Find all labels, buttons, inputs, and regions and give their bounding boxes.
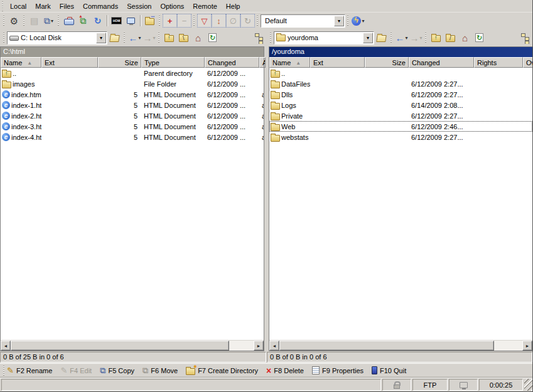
- forward-button-right[interactable]: →▾: [409, 31, 423, 45]
- scroll-right-icon[interactable]: ►: [254, 341, 264, 351]
- column-header-size[interactable]: Size: [98, 57, 141, 68]
- scroll-left-icon[interactable]: ◄: [269, 341, 279, 351]
- fkey-f5-button[interactable]: ⧉F5 Copy: [100, 366, 134, 374]
- file-row[interactable]: eindex-1.html5HTML Document6/12/2009 ...…: [1, 100, 264, 110]
- file-row[interactable]: Private6/12/2009 2:27...: [269, 110, 532, 121]
- fkey-f6-button[interactable]: ⧉F6 Move: [143, 366, 178, 374]
- restore-selection-button[interactable]: ↻: [240, 14, 255, 28]
- menu-item-help[interactable]: Help: [222, 1, 245, 11]
- toolbar-grip[interactable]: [3, 33, 5, 43]
- transfer-queue-button[interactable]: [143, 14, 157, 28]
- open-directory-button-left[interactable]: [107, 31, 122, 45]
- menu-item-mark[interactable]: Mark: [31, 1, 55, 11]
- transfer-settings-button[interactable]: ⧉▾: [41, 14, 56, 28]
- directory-combobox-right-dropdown-button[interactable]: ▾: [363, 33, 373, 43]
- sort-order-button[interactable]: ↕: [212, 14, 226, 28]
- parent-directory-button-right[interactable]: [429, 31, 443, 45]
- toolbar-grip[interactable]: [257, 16, 259, 26]
- toolbar-grip[interactable]: [347, 16, 349, 26]
- scrollbar-thumb[interactable]: [11, 341, 229, 351]
- fkey-f4-button[interactable]: ✎F4 Edit: [60, 366, 92, 374]
- root-directory-button-right[interactable]: [443, 31, 458, 45]
- synchronize-browsing-button[interactable]: ↻: [90, 14, 105, 28]
- file-row[interactable]: Logs6/14/2009 2:08...: [269, 100, 532, 110]
- file-row[interactable]: Web6/12/2009 2:46...: [269, 121, 532, 132]
- file-row[interactable]: ..Parent directory6/12/2009 ...: [1, 68, 264, 78]
- file-row[interactable]: eindex-4.html5HTML Document6/12/2009 ...…: [1, 132, 264, 142]
- file-row[interactable]: webstats6/12/2009 2:27...: [269, 132, 532, 142]
- column-header-rights[interactable]: Rights: [474, 57, 523, 68]
- home-directory-button-left[interactable]: ⌂: [191, 31, 205, 45]
- file-row[interactable]: ..: [269, 68, 532, 78]
- panel-splitter[interactable]: [264, 46, 269, 351]
- column-header-name[interactable]: Name▲: [1, 57, 41, 68]
- menu-item-commands[interactable]: Commands: [78, 1, 122, 11]
- toolbar-grip[interactable]: [124, 33, 126, 43]
- forward-button-left[interactable]: →▾: [142, 31, 156, 45]
- fkey-f7-button[interactable]: F7 Create Directory: [186, 366, 258, 375]
- file-row[interactable]: eindex-2.html5HTML Document6/12/2009 ...…: [1, 110, 264, 121]
- toolbar-grip[interactable]: [425, 33, 427, 43]
- tree-view-button-left[interactable]: [251, 31, 266, 45]
- filter-button[interactable]: ▽: [197, 14, 212, 28]
- menu-item-remote[interactable]: Remote: [188, 1, 222, 11]
- fkey-f8-button[interactable]: ×F8 Delete: [266, 366, 304, 375]
- toolbar-grip[interactable]: [3, 16, 5, 26]
- back-button-right[interactable]: ←▾: [394, 31, 409, 45]
- right-horizontal-scrollbar[interactable]: ◄ ►: [269, 340, 532, 351]
- toolbar-grip[interactable]: [158, 33, 160, 43]
- column-header-changed[interactable]: Changed: [205, 57, 259, 68]
- left-path-bar[interactable]: C:\html: [1, 47, 264, 57]
- column-header-name[interactable]: Name▲: [269, 57, 310, 68]
- select-files-button[interactable]: +: [163, 14, 177, 28]
- menu-item-files[interactable]: Files: [55, 1, 78, 11]
- invert-selection-button[interactable]: ∅: [226, 14, 240, 28]
- new-session-button[interactable]: [124, 14, 138, 28]
- session-combobox[interactable]: Default ▾: [261, 14, 345, 28]
- scrollbar-track[interactable]: [494, 341, 522, 351]
- menu-item-local[interactable]: Local: [6, 1, 31, 11]
- scrollbar-thumb[interactable]: [279, 341, 494, 351]
- column-header-owner[interactable]: Owner: [523, 57, 533, 68]
- column-header-size[interactable]: Size: [365, 57, 409, 68]
- column-header-type[interactable]: Type: [141, 57, 205, 68]
- fkey-f2-button[interactable]: ✎F2 Rename: [7, 366, 52, 374]
- scroll-left-icon[interactable]: ◄: [1, 341, 11, 351]
- resize-grip[interactable]: [524, 379, 533, 391]
- menu-item-options[interactable]: Options: [156, 1, 188, 11]
- compare-directories-button[interactable]: ⧉: [76, 14, 90, 28]
- parent-directory-button-left[interactable]: [162, 31, 176, 45]
- file-row[interactable]: Dlls6/12/2009 2:27...: [269, 89, 532, 100]
- fkey-f9-button[interactable]: F9 Properties: [312, 366, 363, 374]
- preferences-button[interactable]: ⚙: [7, 14, 21, 28]
- right-file-list[interactable]: ..DataFiles6/12/2009 2:27...Dlls6/12/200…: [269, 68, 532, 340]
- left-file-list[interactable]: ..Parent directory6/12/2009 ...imagesFil…: [1, 68, 264, 340]
- left-horizontal-scrollbar[interactable]: ◄ ►: [1, 340, 264, 351]
- toolbar-grip[interactable]: [58, 16, 60, 26]
- refresh-button-left[interactable]: ↻: [205, 31, 220, 45]
- console-button[interactable]: HOM: [109, 14, 124, 28]
- file-row[interactable]: eindex.html5HTML Document6/12/2009 ...a: [1, 89, 264, 100]
- directory-combobox-right[interactable]: yourdoma ▾: [274, 31, 374, 45]
- column-header-ext[interactable]: Ext: [41, 57, 98, 68]
- menu-item-session[interactable]: Session: [122, 1, 156, 11]
- toolbar-grip[interactable]: [193, 16, 195, 26]
- new-connection-button[interactable]: ▾: [351, 14, 365, 28]
- file-row[interactable]: imagesFile Folder6/12/2009 ...: [1, 78, 264, 89]
- file-row[interactable]: eindex-3.html5HTML Document6/12/2009 ...…: [1, 121, 264, 132]
- open-directory-button-right[interactable]: [374, 31, 389, 45]
- synchronize-button[interactable]: [62, 14, 76, 28]
- toolbar-grip[interactable]: [159, 16, 161, 26]
- column-header-changed[interactable]: Changed: [409, 57, 474, 68]
- scroll-right-icon[interactable]: ►: [522, 341, 532, 351]
- scrollbar-track[interactable]: [229, 341, 254, 351]
- back-button-left[interactable]: ←▾: [127, 31, 142, 45]
- drive-combobox-left[interactable]: C: Local Disk ▾: [7, 31, 107, 45]
- toolbar-grip[interactable]: [2, 1, 4, 11]
- toolbar-grip[interactable]: [3, 366, 5, 376]
- file-row[interactable]: DataFiles6/12/2009 2:27...: [269, 78, 532, 89]
- session-combobox-dropdown-button[interactable]: ▾: [334, 16, 344, 26]
- column-header-ext[interactable]: Ext: [310, 57, 365, 68]
- right-path-bar[interactable]: /yourdoma: [269, 47, 532, 57]
- unselect-files-button[interactable]: −: [177, 14, 191, 28]
